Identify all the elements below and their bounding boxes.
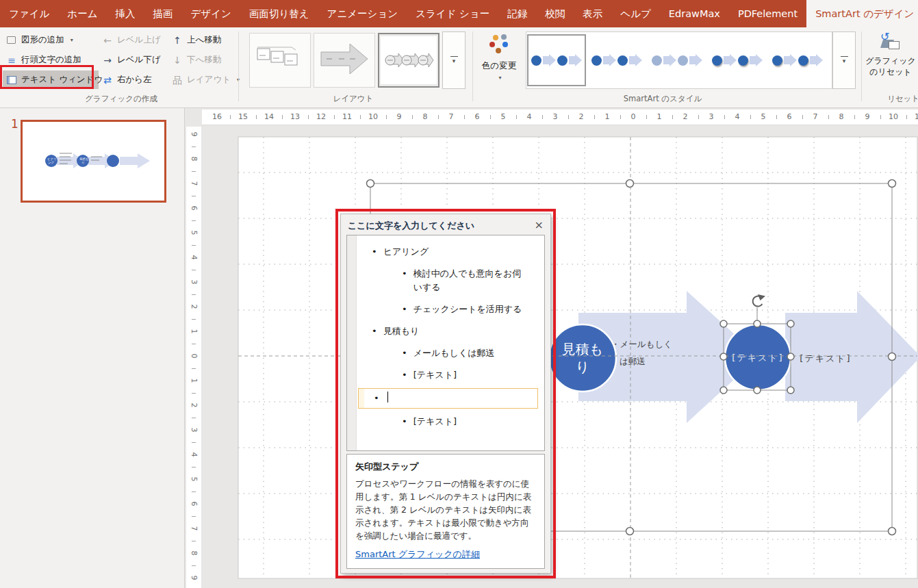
ruler-number: 9 xyxy=(859,112,876,121)
menu-tab-transitions[interactable]: 画面切り替え xyxy=(240,0,318,27)
ribbon-button-3[interactable]: ≡行頭文字の追加 xyxy=(3,51,99,69)
ruler-tick xyxy=(192,146,196,147)
bullet-icon: • xyxy=(402,346,407,360)
menu-tab-edrawmax[interactable]: EdrawMax xyxy=(660,0,729,27)
text-pane-item-5[interactable]: •[テキスト] xyxy=(347,364,541,386)
ruler-tick xyxy=(192,516,196,517)
change-colors-label: 色の変更 xyxy=(482,60,516,72)
slide-thumbnail-art: ヒアリング 見積もり xyxy=(23,122,164,200)
style-arrow-glyph xyxy=(689,54,702,66)
ruler-tick xyxy=(802,115,803,119)
text-pane-item-7[interactable]: •[テキスト] xyxy=(347,411,541,433)
text-pane-item-text: チェックシートを活用する xyxy=(413,303,522,316)
ruler-number: 6 xyxy=(469,112,485,121)
style-circle-glyph xyxy=(712,55,722,66)
menu-tab-animations[interactable]: アニメーション xyxy=(318,0,407,27)
text-pane-item-2[interactable]: •チェックシートを活用する xyxy=(347,298,541,320)
menu-tab-view[interactable]: 表示 xyxy=(574,0,611,27)
group-label-create-graphic: グラフィックの作成 xyxy=(63,94,179,104)
style-item-simple-fill[interactable] xyxy=(527,34,586,86)
ruler-tick xyxy=(568,115,569,119)
close-icon[interactable]: × xyxy=(535,218,544,231)
ribbon-button-8[interactable]: 品レイアウト▾ xyxy=(168,71,235,89)
layout-item-art xyxy=(320,41,369,79)
ruler-tick xyxy=(906,115,907,119)
ruler-number: 12 xyxy=(313,112,329,121)
layout-item-circle-arrow-process[interactable] xyxy=(378,33,439,88)
ribbon-button-4[interactable]: →レベル下げ xyxy=(99,51,168,69)
ruler-tick xyxy=(386,115,387,119)
ruler-number: 13 xyxy=(287,112,303,121)
slide-thumbnail[interactable]: ヒアリング 見積もり xyxy=(21,120,166,203)
smartart-circle-1[interactable] xyxy=(549,324,616,392)
ribbon-separator xyxy=(472,31,473,101)
layout-gallery: ▾ xyxy=(249,31,466,89)
ruler-tick xyxy=(192,541,196,541)
menu-tab-home[interactable]: ホーム xyxy=(58,0,106,27)
text-pane-item-3[interactable]: •見積もり xyxy=(347,320,541,342)
ruler-tick xyxy=(230,115,231,119)
text-pane-item-6[interactable]: • xyxy=(358,388,538,409)
ruler-number: 1 xyxy=(651,112,667,121)
menu-tab-draw[interactable]: 描画 xyxy=(144,0,182,27)
ribbon-button-7[interactable]: ⇄右から左 xyxy=(99,71,168,89)
text-pane-item-0[interactable]: •ヒアリング xyxy=(347,241,541,263)
ruler-number: 9 xyxy=(189,127,199,141)
ruler-number: 2 xyxy=(189,398,199,412)
ruler-tick xyxy=(542,115,543,119)
style-item-outline[interactable] xyxy=(587,34,646,86)
menu-tab-record[interactable]: 記録 xyxy=(498,0,536,27)
ruler-number: 5 xyxy=(755,112,772,121)
ruler-number: 3 xyxy=(189,423,199,437)
text-pane-item-text: 見積もり xyxy=(383,324,420,338)
style-arrow-glyph xyxy=(629,54,642,66)
style-gallery-more-button[interactable]: ▾ xyxy=(832,31,856,89)
ruler-tick xyxy=(192,270,196,270)
style-circle-glyph xyxy=(617,55,628,66)
menu-tab-insert[interactable]: 挿入 xyxy=(107,0,144,27)
style-arrow-glyph xyxy=(724,54,737,66)
ruler-number: 14 xyxy=(261,112,277,121)
ruler-number: 11 xyxy=(911,112,918,121)
ruler-number: 11 xyxy=(339,112,355,121)
change-colors-button[interactable]: 色の変更 ▾ xyxy=(476,31,522,100)
layout-item-picture-process[interactable] xyxy=(249,33,311,88)
menu-tab-help[interactable]: ヘルプ xyxy=(611,0,660,27)
ribbon-button-1[interactable]: ←レベル上げ xyxy=(99,31,168,49)
style-item-moderate-effect[interactable] xyxy=(708,34,767,86)
style-circle-glyph xyxy=(531,55,541,66)
ribbon: 図形の追加▾←レベル上げ↑上へ移動≡行頭文字の追加→レベル下げ↓下へ移動テキスト… xyxy=(0,27,918,108)
menu-tab-slideshow[interactable]: スライド ショー xyxy=(407,0,498,27)
menu-tab-design[interactable]: デザイン xyxy=(182,0,240,27)
ruler-number: 0 xyxy=(189,349,199,363)
horizontal-ruler: 1615141312111098765432101234567891011 xyxy=(202,110,918,125)
layout-item-art xyxy=(381,36,437,84)
svg-text:ング: ング xyxy=(48,161,55,164)
ribbon-button-0[interactable]: 図形の追加▾ xyxy=(3,31,99,49)
style-item-subtle-effect[interactable] xyxy=(648,34,706,86)
text-pane-item-4[interactable]: •メールもしくは郵送 xyxy=(347,342,541,364)
menu-tab-smartart-design[interactable]: SmartArt のデザイン xyxy=(806,0,918,27)
reset-graphic-button[interactable]: ↺ グラフィックのリセット xyxy=(865,31,916,100)
group-label-reset: リセット xyxy=(887,94,918,104)
ribbon-button-5[interactable]: ↓下へ移動 xyxy=(168,51,235,69)
layout-item-basic-arrow[interactable] xyxy=(314,33,375,88)
menu-tab-file[interactable]: ファイル xyxy=(0,0,58,27)
style-arrow-glyph xyxy=(750,54,763,66)
ribbon-separator xyxy=(238,31,239,101)
bullet-list-icon: ≡ xyxy=(6,55,17,65)
menu-tab-pdfelement[interactable]: PDFelement xyxy=(729,0,806,27)
layout-gallery-more-button[interactable]: ▾ xyxy=(442,31,466,89)
smartart-details-link[interactable]: SmartArt グラフィックの詳細 xyxy=(355,548,480,561)
slide-number: 1 xyxy=(11,117,18,131)
group-label-layout: レイアウト xyxy=(298,94,408,104)
slide-canvas: 見積も り ・メールもしく は郵送 [テキスト] [テキスト] xyxy=(201,127,918,588)
ribbon-button-label: 図形の追加 xyxy=(21,34,64,46)
menu-tab-review[interactable]: 校閲 xyxy=(536,0,574,27)
text-pane-item-1[interactable]: •検討中の人でも意向をお伺いする xyxy=(347,263,541,298)
ruler-tick xyxy=(464,115,465,119)
ribbon-button-6[interactable]: テキスト ウィンドウ xyxy=(3,71,99,89)
style-item-intense-effect[interactable] xyxy=(768,34,827,86)
ribbon-button-2[interactable]: ↑上へ移動 xyxy=(168,31,235,49)
style-circle-glyph xyxy=(678,55,688,66)
